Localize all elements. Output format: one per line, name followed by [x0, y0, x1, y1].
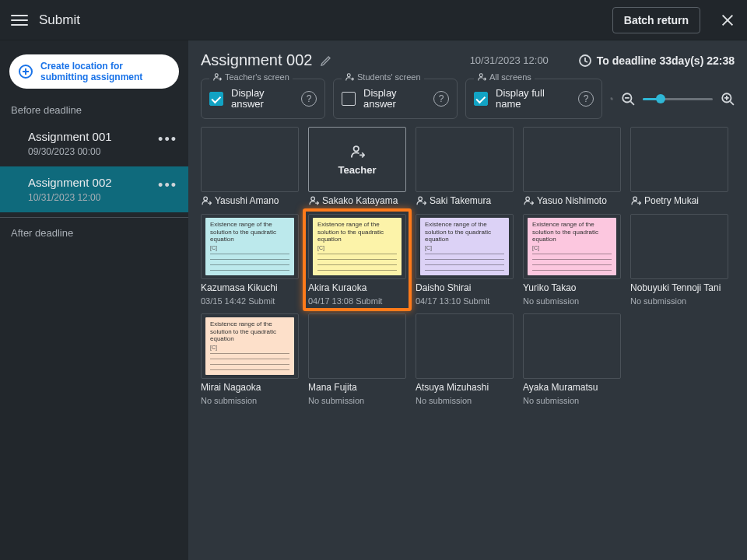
zoom-in-icon[interactable]	[721, 92, 735, 106]
submission-tile[interactable]: Existence range of the solution to the q…	[523, 214, 621, 306]
note-preview: Existence range of the solution to the q…	[313, 218, 402, 275]
more-icon[interactable]: •••	[158, 177, 177, 194]
batch-return-button[interactable]: Batch return	[612, 7, 700, 33]
submission-status: No submission	[523, 396, 621, 405]
student-name-row: Akira Kuraoka	[308, 282, 406, 293]
help-icon[interactable]: ?	[578, 91, 594, 107]
edit-icon[interactable]	[320, 54, 332, 67]
section-before-deadline: Before deadline	[0, 100, 188, 121]
submission-tile[interactable]: Existence range of the solution to the q…	[201, 313, 299, 405]
zoom-slider[interactable]	[643, 98, 713, 100]
person-share-icon	[201, 195, 212, 206]
legend-text: Students' screen	[357, 72, 421, 82]
deadline-date: 10/31/2023 12:00	[470, 54, 549, 66]
assignment-item[interactable]: Assignment 002 10/31/2023 12:00 •••	[0, 166, 188, 212]
submission-tile[interactable]: Yasuo Nishimoto	[523, 127, 621, 206]
close-icon[interactable]	[719, 12, 736, 29]
student-name-row: Mana Fujita	[308, 382, 406, 393]
student-name: Poetry Mukai	[644, 195, 699, 206]
person-share-icon	[349, 144, 365, 159]
submission-tile[interactable]: Mana FujitaNo submission	[308, 313, 406, 405]
topbar: Submit Batch return	[0, 0, 747, 40]
countdown-text: To deadline 33day(s) 22:38	[597, 54, 735, 67]
option-label: Display answer	[363, 88, 426, 110]
plus-icon	[19, 65, 33, 79]
display-full-name-checkbox[interactable]	[474, 92, 488, 106]
tile-thumbnail[interactable]: Existence range of the solution to the q…	[416, 214, 514, 279]
submission-tile[interactable]: Saki Takemura	[416, 127, 514, 206]
submission-tile[interactable]: Poetry Mukai	[630, 127, 728, 206]
more-icon[interactable]: •••	[158, 131, 177, 148]
submission-tile[interactable]: Existence range of the solution to the q…	[306, 212, 409, 308]
tile-thumbnail[interactable]	[523, 313, 621, 379]
student-name: Daisho Shirai	[416, 282, 471, 293]
student-name-row: Ayaka Muramatsu	[523, 382, 621, 393]
tile-thumbnail[interactable]: Teacher	[308, 127, 406, 192]
display-answer-students-checkbox[interactable]	[342, 92, 356, 106]
submission-tile[interactable]: Existence range of the solution to the q…	[201, 214, 299, 306]
tile-thumbnail[interactable]: Existence range of the solution to the q…	[523, 214, 621, 279]
student-name: Yuriko Takao	[523, 282, 577, 293]
assignment-item[interactable]: Assignment 001 09/30/2023 00:00 •••	[0, 121, 188, 166]
section-after-deadline: After deadline	[0, 222, 188, 243]
help-icon[interactable]: ?	[301, 91, 317, 107]
submission-tile[interactable]: Existence range of the solution to the q…	[416, 214, 514, 306]
submission-status: No submission	[416, 396, 514, 405]
student-name-row: Nobuyuki Tennoji Tani	[630, 282, 728, 293]
student-name: Sakako Katayama	[322, 195, 398, 206]
submission-tile[interactable]: Atsuya MizuhashiNo submission	[416, 313, 514, 405]
submission-tile[interactable]: Ayaka MuramatsuNo submission	[523, 313, 621, 405]
person-share-icon	[308, 195, 319, 206]
tile-thumbnail[interactable]	[630, 214, 728, 279]
tile-thumbnail[interactable]: Existence range of the solution to the q…	[308, 214, 406, 279]
submission-status: 04/17 13:08 Submit	[308, 296, 406, 306]
student-name: Nobuyuki Tennoji Tani	[630, 282, 721, 293]
submission-tile[interactable]: Nobuyuki Tennoji TaniNo submission	[630, 214, 728, 306]
menu-icon[interactable]	[11, 12, 28, 29]
sort-icon[interactable]	[610, 91, 613, 107]
student-name: Yasuo Nishimoto	[537, 195, 607, 206]
submission-status: 03/15 14:42 Submit	[201, 296, 299, 306]
zoom-out-icon[interactable]	[621, 92, 635, 106]
tile-thumbnail[interactable]	[201, 127, 299, 192]
student-name-row: Yasushi Amano	[201, 195, 299, 206]
submission-status: No submission	[523, 296, 621, 306]
submission-tile[interactable]: TeacherSakako Katayama	[308, 127, 406, 206]
person-share-icon	[212, 72, 222, 82]
assignment-date: 10/31/2023 12:00	[28, 192, 176, 203]
create-location-button[interactable]: Create location for submitting assignmen…	[9, 54, 179, 89]
tile-thumbnail[interactable]: Existence range of the solution to the q…	[201, 214, 299, 279]
create-location-label: Create location for submitting assignmen…	[40, 61, 170, 83]
note-preview: Existence range of the solution to the q…	[205, 218, 294, 275]
person-share-icon	[630, 195, 641, 206]
person-share-icon	[416, 195, 426, 206]
student-name-row: Atsuya Mizuhashi	[416, 382, 514, 393]
main-panel: Assignment 002 10/31/2023 12:00 To deadl…	[188, 40, 747, 560]
person-share-icon	[523, 195, 534, 206]
submission-tile[interactable]: Yasushi Amano	[201, 127, 299, 206]
tile-thumbnail[interactable]	[416, 313, 514, 379]
teacher-label: Teacher	[338, 164, 377, 176]
student-name-row: Yasuo Nishimoto	[523, 195, 621, 206]
submission-grid: Yasushi AmanoTeacherSakako KatayamaSaki …	[201, 127, 735, 405]
tile-thumbnail[interactable]: Existence range of the solution to the q…	[201, 313, 299, 379]
note-preview: Existence range of the solution to the q…	[205, 317, 294, 375]
submission-status: No submission	[308, 396, 406, 405]
clock-icon	[578, 54, 592, 68]
student-name-row: Daisho Shirai	[416, 282, 514, 293]
student-name: Kazumasa Kikuchi	[201, 282, 278, 293]
student-name-row: Sakako Katayama	[308, 195, 406, 206]
person-share-icon	[477, 72, 486, 82]
tile-thumbnail[interactable]	[523, 127, 621, 192]
all-screens-options: All screens Display full name ?	[465, 79, 602, 119]
tile-thumbnail[interactable]	[630, 127, 728, 192]
tile-thumbnail[interactable]	[308, 313, 406, 379]
student-name: Mana Fujita	[308, 382, 357, 393]
tile-thumbnail[interactable]	[416, 127, 514, 192]
student-name-row: Kazumasa Kikuchi	[201, 282, 299, 293]
students-screen-options: Students' screen Display answer ?	[333, 79, 458, 119]
student-name: Saki Takemura	[430, 195, 491, 206]
option-label: Display answer	[231, 88, 293, 110]
display-answer-teacher-checkbox[interactable]	[209, 92, 223, 106]
help-icon[interactable]: ?	[433, 91, 449, 107]
